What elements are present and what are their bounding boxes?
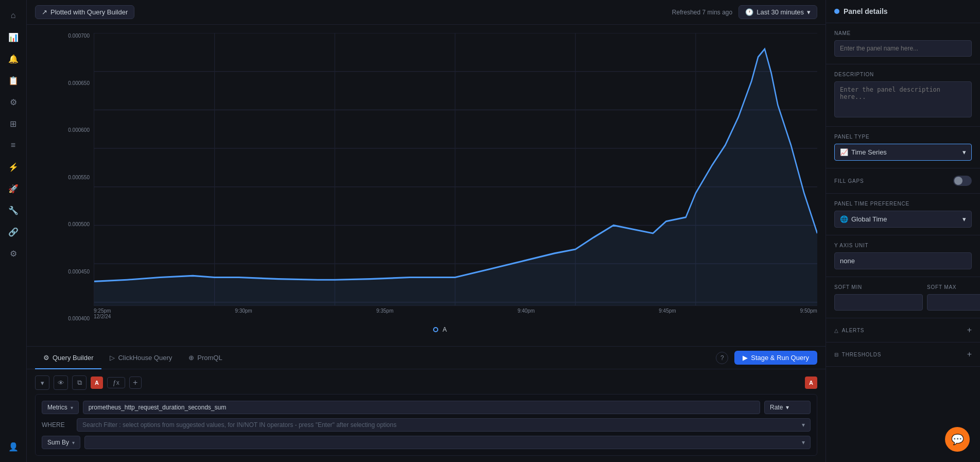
formula-button[interactable]: ƒx xyxy=(107,377,125,388)
timeseries-icon: 📈 xyxy=(840,148,848,156)
main-content: ↗ Plotted with Query Builder Refreshed 7… xyxy=(27,0,826,462)
nav-chart-icon[interactable]: 📊 xyxy=(4,28,23,46)
query-builder-body: ▾ 👁 ⧉ A ƒx + A Metrics ▾ xyxy=(27,369,826,462)
panel-type-select[interactable]: 📈 Time Series ▾ xyxy=(834,144,972,161)
sum-by-input[interactable]: ▾ xyxy=(84,436,811,449)
tab-clickhouse-label: ClickHouse Query xyxy=(118,354,172,362)
time-range-label: Last 30 minutes xyxy=(757,8,804,16)
time-preference-value: Global Time xyxy=(851,215,887,223)
panel-time-section: PANEL TIME PREFERENCE 🌐 Global Time ▾ xyxy=(826,194,980,235)
panel-time-select[interactable]: 🌐 Global Time ▾ xyxy=(834,211,972,228)
alerts-header-row: △ Alerts + xyxy=(834,326,972,335)
soft-min-label: SOFT MIN xyxy=(834,284,923,290)
alerts-label: △ Alerts xyxy=(834,328,864,333)
panel-time-label: PANEL TIME PREFERENCE xyxy=(834,201,972,207)
chart-icon: ↗ xyxy=(42,8,47,16)
panel-type-label: PANEL TYPE xyxy=(834,134,972,140)
nav-alert-icon[interactable]: 🔔 xyxy=(4,49,23,68)
name-label: NAME xyxy=(834,30,972,36)
plotted-with-button[interactable]: ↗ Plotted with Query Builder xyxy=(35,5,134,19)
panel-details-title: Panel details xyxy=(844,7,888,15)
rate-chevron-icon: ▾ xyxy=(786,404,789,411)
nav-grid-icon[interactable]: ⊞ xyxy=(4,114,23,133)
rate-select[interactable]: Rate ▾ xyxy=(764,401,811,414)
svg-marker-13 xyxy=(94,49,817,305)
chart-svg-area xyxy=(94,33,817,306)
add-query-button[interactable]: + xyxy=(129,377,142,389)
chevron-down-icon: ▾ xyxy=(807,8,811,16)
nav-report-icon[interactable]: 📋 xyxy=(4,71,23,90)
y-label-2: 0.000450 xyxy=(68,269,90,275)
soft-min-input[interactable] xyxy=(834,294,923,311)
fill-gaps-toggle[interactable] xyxy=(953,176,972,186)
nav-user-icon[interactable]: 👤 xyxy=(4,437,23,456)
collapse-button[interactable]: ▾ xyxy=(35,375,49,390)
thresholds-section: ⊟ Thresholds + xyxy=(826,343,980,367)
time-pref-chevron-icon: ▾ xyxy=(962,215,966,223)
panel-description-textarea[interactable] xyxy=(834,81,972,117)
thresholds-add-button[interactable]: + xyxy=(967,350,972,359)
alerts-add-button[interactable]: + xyxy=(967,326,972,335)
refresh-info: Refreshed 7 mins ago xyxy=(672,9,732,16)
refresh-text: Refreshed 7 mins ago xyxy=(672,9,732,16)
nav-tools-icon[interactable]: 🔧 xyxy=(4,201,23,219)
nav-deploy-icon[interactable]: 🚀 xyxy=(4,179,23,198)
play-icon: ▶ xyxy=(743,354,748,362)
description-label: DESCRIPTION xyxy=(834,72,972,77)
help-button[interactable]: ? xyxy=(716,352,728,364)
nav-query-icon[interactable]: ⚡ xyxy=(4,158,23,176)
soft-row: SOFT MIN SOFT MAX xyxy=(834,284,972,311)
tab-query-builder[interactable]: ⚙ Query Builder xyxy=(35,347,101,369)
panel-name-input[interactable] xyxy=(834,40,972,57)
metrics-chevron-icon: ▾ xyxy=(71,405,73,410)
right-panel: Panel details NAME DESCRIPTION PANEL TYP… xyxy=(826,0,980,462)
legend-label-a: A xyxy=(442,326,446,333)
query-section: ⚙ Query Builder ▷ ClickHouse Query ⊕ Pro… xyxy=(27,346,826,462)
where-filter-input[interactable]: Search Filter : select options from sugg… xyxy=(77,418,811,432)
fill-gaps-label: FILL GAPS xyxy=(834,178,864,184)
time-range-button[interactable]: 🕐 Last 30 minutes ▾ xyxy=(738,5,817,19)
panel-dot xyxy=(834,9,839,14)
nav-home-icon[interactable]: ⌂ xyxy=(4,6,23,25)
thresholds-text: Thresholds xyxy=(842,352,881,357)
panel-description-section: DESCRIPTION xyxy=(826,64,980,127)
header-title: Plotted with Query Builder xyxy=(50,8,128,16)
nav-settings-icon[interactable]: ⚙ xyxy=(4,244,23,263)
nav-list-icon[interactable]: ≡ xyxy=(4,136,23,155)
clickhouse-icon: ▷ xyxy=(110,354,115,362)
stage-run-button[interactable]: ▶ Stage & Run Query xyxy=(734,351,817,365)
where-chevron-icon: ▾ xyxy=(802,421,805,429)
sum-by-chevron-right-icon: ▾ xyxy=(802,439,805,446)
x-label-3: 9:35pm xyxy=(376,308,393,314)
tab-promql-label: PromQL xyxy=(197,354,222,362)
copy-button[interactable]: ⧉ xyxy=(72,375,87,390)
y-label-1: 0.000400 xyxy=(68,316,90,321)
alerts-text: Alerts xyxy=(842,328,865,333)
fill-gaps-section: FILL GAPS xyxy=(826,168,980,194)
soft-max-input[interactable] xyxy=(927,294,980,311)
metrics-select[interactable]: Metrics ▾ xyxy=(42,401,79,414)
tab-promql[interactable]: ⊕ PromQL xyxy=(180,347,230,369)
tab-clickhouse[interactable]: ▷ ClickHouse Query xyxy=(101,347,180,369)
nav-connect-icon[interactable]: 🔗 xyxy=(4,223,23,241)
sum-by-label: Sum By xyxy=(47,439,69,446)
panel-details-header: Panel details xyxy=(826,0,980,23)
fx-icon: ƒx xyxy=(113,379,119,386)
where-label: WHERE xyxy=(42,421,73,429)
rate-label: Rate xyxy=(770,404,783,411)
thresholds-icon: ⊟ xyxy=(834,352,839,357)
toggle-knob xyxy=(954,177,962,185)
chat-button[interactable]: 💬 xyxy=(945,427,970,452)
query-row-controls: ▾ 👁 ⧉ A ƒx + A xyxy=(35,375,817,390)
eye-button[interactable]: 👁 xyxy=(54,375,68,390)
y-label-7: 0.000700 xyxy=(68,33,90,39)
chart-legend: A xyxy=(63,321,817,338)
y-axis-unit-select[interactable]: none xyxy=(834,252,972,269)
x-label-1: 9:25pm 12/2/24 xyxy=(94,308,111,319)
alerts-triangle-icon: △ xyxy=(834,328,839,333)
thresholds-label: ⊟ Thresholds xyxy=(834,352,881,357)
panel-type-chevron-icon: ▾ xyxy=(962,148,966,156)
sum-by-select[interactable]: Sum By ▾ xyxy=(42,436,80,449)
alerts-section: △ Alerts + xyxy=(826,318,980,343)
nav-integration-icon[interactable]: ⚙ xyxy=(4,93,23,111)
